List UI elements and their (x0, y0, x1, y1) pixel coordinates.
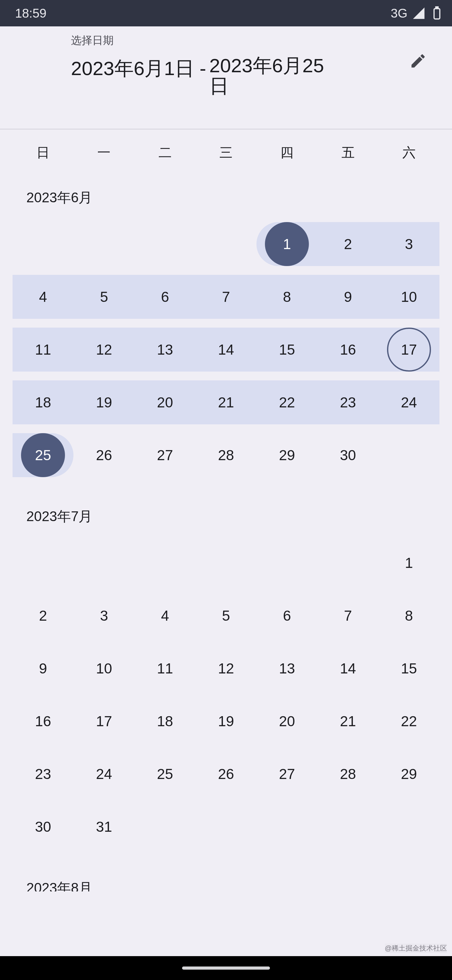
day-cell[interactable]: 23 (317, 380, 378, 424)
day-number: 13 (279, 660, 295, 677)
day-cell[interactable]: 18 (13, 380, 73, 424)
day-number: 4 (161, 607, 169, 624)
day-number: 19 (218, 713, 234, 730)
day-number: 2 (39, 607, 47, 624)
day-cell[interactable]: 26 (73, 433, 134, 477)
day-cell[interactable]: 9 (317, 275, 378, 319)
weekday-row: 日 一 二 三 四 五 六 (13, 138, 439, 167)
day-number: 29 (401, 765, 417, 783)
weekday-sat: 六 (379, 138, 439, 167)
day-number: 7 (222, 288, 230, 305)
day-number: 30 (35, 818, 51, 835)
day-cell[interactable]: 10 (379, 275, 439, 319)
day-cell[interactable]: 30 (13, 805, 73, 849)
day-cell[interactable]: 20 (257, 699, 317, 743)
day-cell[interactable]: 7 (317, 593, 378, 638)
day-cell[interactable]: 15 (257, 328, 317, 372)
day-cell[interactable]: 1 (257, 222, 317, 266)
day-cell[interactable]: 29 (257, 433, 317, 477)
day-cell[interactable]: 27 (135, 433, 195, 477)
day-cell[interactable]: 4 (135, 593, 195, 638)
selected-range: 2023年6月1日 - 2023年6月25日 (71, 55, 439, 96)
day-cell[interactable]: 15 (379, 646, 439, 690)
day-cell[interactable]: 14 (317, 646, 378, 690)
day-number: 17 (401, 341, 417, 358)
day-number: 4 (39, 288, 47, 305)
day-number: 21 (340, 713, 356, 730)
day-cell[interactable]: 5 (195, 593, 257, 638)
day-cell[interactable]: 13 (135, 328, 195, 372)
signal-icon (412, 6, 426, 20)
day-cell[interactable]: 12 (73, 328, 134, 372)
day-cell[interactable]: 27 (257, 752, 317, 796)
day-cell[interactable]: 4 (13, 275, 73, 319)
month-title: 2023年7月 (26, 507, 439, 526)
day-cell[interactable]: 31 (73, 805, 134, 849)
day-cell[interactable]: 24 (379, 380, 439, 424)
day-cell[interactable]: 19 (195, 699, 257, 743)
day-cell[interactable]: 26 (195, 752, 257, 796)
day-number: 11 (157, 660, 173, 677)
day-blank (13, 541, 73, 585)
day-number: 15 (279, 341, 295, 358)
day-cell[interactable]: 14 (195, 328, 257, 372)
day-cell[interactable]: 21 (195, 380, 257, 424)
navigation-bar (0, 956, 452, 980)
day-number: 26 (218, 765, 234, 783)
day-cell[interactable]: 2 (317, 222, 378, 266)
day-cell[interactable]: 24 (73, 752, 134, 796)
day-cell[interactable]: 18 (135, 699, 195, 743)
day-cell[interactable]: 2 (13, 593, 73, 638)
day-number: 14 (218, 341, 234, 358)
day-cell[interactable]: 23 (13, 752, 73, 796)
day-cell[interactable]: 16 (317, 328, 378, 372)
day-cell[interactable]: 12 (195, 646, 257, 690)
day-number: 17 (96, 713, 112, 730)
day-number: 12 (96, 341, 112, 358)
day-number: 6 (161, 288, 169, 305)
day-number: 15 (401, 660, 417, 677)
day-cell[interactable]: 9 (13, 646, 73, 690)
day-cell[interactable]: 17 (73, 699, 134, 743)
day-number: 31 (96, 818, 112, 835)
day-cell[interactable]: 8 (257, 275, 317, 319)
day-cell[interactable]: 21 (317, 699, 378, 743)
day-number: 19 (96, 394, 112, 411)
day-cell[interactable]: 11 (13, 328, 73, 372)
day-cell[interactable]: 13 (257, 646, 317, 690)
day-cell[interactable]: 1 (379, 541, 439, 585)
day-cell[interactable]: 29 (379, 752, 439, 796)
range-end: 2023年6月25日 (209, 55, 332, 96)
day-cell[interactable]: 11 (135, 646, 195, 690)
edit-button[interactable] (407, 49, 430, 72)
day-cell[interactable]: 10 (73, 646, 134, 690)
day-number: 16 (35, 713, 51, 730)
day-cell[interactable]: 5 (73, 275, 134, 319)
day-cell[interactable]: 17 (379, 328, 439, 372)
day-cell[interactable]: 25 (13, 433, 73, 477)
day-cell[interactable]: 28 (195, 433, 257, 477)
weekday-mon: 一 (73, 138, 134, 167)
nav-home-indicator[interactable] (182, 966, 270, 970)
day-cell[interactable]: 28 (317, 752, 378, 796)
day-cell[interactable]: 16 (13, 699, 73, 743)
weekday-tue: 二 (135, 138, 195, 167)
day-blank (195, 541, 257, 585)
day-number: 1 (283, 235, 291, 253)
day-cell[interactable]: 25 (135, 752, 195, 796)
day-cell[interactable]: 3 (379, 222, 439, 266)
day-cell[interactable]: 22 (257, 380, 317, 424)
day-cell[interactable]: 3 (73, 593, 134, 638)
day-cell[interactable]: 22 (379, 699, 439, 743)
day-blank (135, 222, 195, 266)
day-cell[interactable]: 6 (257, 593, 317, 638)
day-cell[interactable]: 6 (135, 275, 195, 319)
day-cell[interactable]: 19 (73, 380, 134, 424)
day-cell[interactable]: 30 (317, 433, 378, 477)
month-grid: 1234567891011121314151617181920212223242… (13, 222, 439, 477)
day-cell[interactable]: 8 (379, 593, 439, 638)
day-number: 24 (96, 765, 112, 783)
day-cell[interactable]: 20 (135, 380, 195, 424)
calendar-scroll[interactable]: 2023年6月123456789101112131415161718192021… (13, 176, 439, 891)
day-cell[interactable]: 7 (195, 275, 257, 319)
